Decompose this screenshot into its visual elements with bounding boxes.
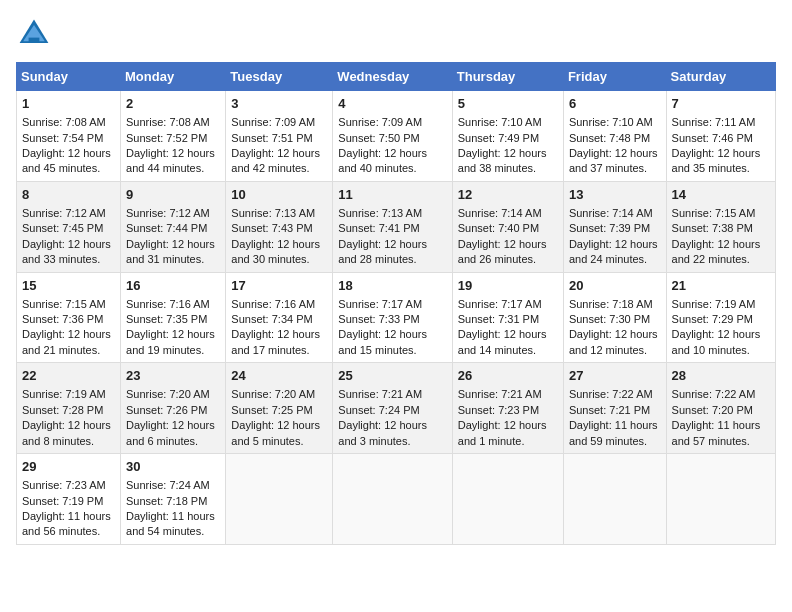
daylight-text: Daylight: 12 hours and 42 minutes.: [231, 147, 320, 174]
sunset-text: Sunset: 7:28 PM: [22, 404, 103, 416]
sunrise-text: Sunrise: 7:13 AM: [338, 207, 422, 219]
day-number: 3: [231, 95, 327, 113]
sunset-text: Sunset: 7:30 PM: [569, 313, 650, 325]
calendar-cell: 26Sunrise: 7:21 AMSunset: 7:23 PMDayligh…: [452, 363, 563, 454]
daylight-text: Daylight: 11 hours and 57 minutes.: [672, 419, 761, 446]
day-number: 25: [338, 367, 446, 385]
sunset-text: Sunset: 7:35 PM: [126, 313, 207, 325]
svg-rect-2: [29, 38, 40, 43]
calendar-table: SundayMondayTuesdayWednesdayThursdayFrid…: [16, 62, 776, 545]
logo-icon: [16, 16, 52, 52]
sunrise-text: Sunrise: 7:15 AM: [22, 298, 106, 310]
daylight-text: Daylight: 12 hours and 21 minutes.: [22, 328, 111, 355]
calendar-cell: 8Sunrise: 7:12 AMSunset: 7:45 PMDaylight…: [17, 181, 121, 272]
daylight-text: Daylight: 12 hours and 30 minutes.: [231, 238, 320, 265]
calendar-cell: 5Sunrise: 7:10 AMSunset: 7:49 PMDaylight…: [452, 91, 563, 182]
calendar-cell: 14Sunrise: 7:15 AMSunset: 7:38 PMDayligh…: [666, 181, 775, 272]
day-number: 30: [126, 458, 220, 476]
daylight-text: Daylight: 12 hours and 31 minutes.: [126, 238, 215, 265]
calendar-cell: 1Sunrise: 7:08 AMSunset: 7:54 PMDaylight…: [17, 91, 121, 182]
day-number: 15: [22, 277, 115, 295]
calendar-cell: [666, 454, 775, 545]
sunrise-text: Sunrise: 7:10 AM: [569, 116, 653, 128]
daylight-text: Daylight: 12 hours and 1 minute.: [458, 419, 547, 446]
sunrise-text: Sunrise: 7:16 AM: [231, 298, 315, 310]
calendar-cell: 24Sunrise: 7:20 AMSunset: 7:25 PMDayligh…: [226, 363, 333, 454]
day-number: 11: [338, 186, 446, 204]
sunset-text: Sunset: 7:25 PM: [231, 404, 312, 416]
day-number: 21: [672, 277, 770, 295]
calendar-cell: 16Sunrise: 7:16 AMSunset: 7:35 PMDayligh…: [121, 272, 226, 363]
sunrise-text: Sunrise: 7:14 AM: [458, 207, 542, 219]
calendar-cell: 22Sunrise: 7:19 AMSunset: 7:28 PMDayligh…: [17, 363, 121, 454]
daylight-text: Daylight: 12 hours and 45 minutes.: [22, 147, 111, 174]
day-number: 17: [231, 277, 327, 295]
daylight-text: Daylight: 12 hours and 8 minutes.: [22, 419, 111, 446]
calendar-cell: 4Sunrise: 7:09 AMSunset: 7:50 PMDaylight…: [333, 91, 452, 182]
col-header-tuesday: Tuesday: [226, 63, 333, 91]
day-number: 27: [569, 367, 661, 385]
sunrise-text: Sunrise: 7:12 AM: [126, 207, 210, 219]
daylight-text: Daylight: 12 hours and 44 minutes.: [126, 147, 215, 174]
col-header-sunday: Sunday: [17, 63, 121, 91]
sunset-text: Sunset: 7:48 PM: [569, 132, 650, 144]
daylight-text: Daylight: 12 hours and 10 minutes.: [672, 328, 761, 355]
sunset-text: Sunset: 7:44 PM: [126, 222, 207, 234]
daylight-text: Daylight: 12 hours and 26 minutes.: [458, 238, 547, 265]
day-number: 18: [338, 277, 446, 295]
daylight-text: Daylight: 12 hours and 6 minutes.: [126, 419, 215, 446]
day-number: 29: [22, 458, 115, 476]
sunset-text: Sunset: 7:46 PM: [672, 132, 753, 144]
day-number: 20: [569, 277, 661, 295]
sunrise-text: Sunrise: 7:17 AM: [458, 298, 542, 310]
sunset-text: Sunset: 7:41 PM: [338, 222, 419, 234]
sunset-text: Sunset: 7:21 PM: [569, 404, 650, 416]
daylight-text: Daylight: 12 hours and 12 minutes.: [569, 328, 658, 355]
sunrise-text: Sunrise: 7:17 AM: [338, 298, 422, 310]
sunset-text: Sunset: 7:51 PM: [231, 132, 312, 144]
week-row-3: 15Sunrise: 7:15 AMSunset: 7:36 PMDayligh…: [17, 272, 776, 363]
col-header-saturday: Saturday: [666, 63, 775, 91]
sunrise-text: Sunrise: 7:10 AM: [458, 116, 542, 128]
sunrise-text: Sunrise: 7:09 AM: [338, 116, 422, 128]
daylight-text: Daylight: 12 hours and 28 minutes.: [338, 238, 427, 265]
daylight-text: Daylight: 12 hours and 3 minutes.: [338, 419, 427, 446]
calendar-cell: 19Sunrise: 7:17 AMSunset: 7:31 PMDayligh…: [452, 272, 563, 363]
sunset-text: Sunset: 7:39 PM: [569, 222, 650, 234]
daylight-text: Daylight: 12 hours and 22 minutes.: [672, 238, 761, 265]
sunset-text: Sunset: 7:34 PM: [231, 313, 312, 325]
calendar-cell: 25Sunrise: 7:21 AMSunset: 7:24 PMDayligh…: [333, 363, 452, 454]
sunset-text: Sunset: 7:33 PM: [338, 313, 419, 325]
day-number: 14: [672, 186, 770, 204]
calendar-cell: 23Sunrise: 7:20 AMSunset: 7:26 PMDayligh…: [121, 363, 226, 454]
logo: [16, 16, 56, 52]
daylight-text: Daylight: 12 hours and 35 minutes.: [672, 147, 761, 174]
sunset-text: Sunset: 7:54 PM: [22, 132, 103, 144]
sunset-text: Sunset: 7:40 PM: [458, 222, 539, 234]
sunset-text: Sunset: 7:52 PM: [126, 132, 207, 144]
calendar-cell: 27Sunrise: 7:22 AMSunset: 7:21 PMDayligh…: [563, 363, 666, 454]
calendar-cell: 6Sunrise: 7:10 AMSunset: 7:48 PMDaylight…: [563, 91, 666, 182]
day-number: 4: [338, 95, 446, 113]
sunrise-text: Sunrise: 7:19 AM: [672, 298, 756, 310]
calendar-cell: 28Sunrise: 7:22 AMSunset: 7:20 PMDayligh…: [666, 363, 775, 454]
daylight-text: Daylight: 12 hours and 38 minutes.: [458, 147, 547, 174]
sunset-text: Sunset: 7:29 PM: [672, 313, 753, 325]
sunrise-text: Sunrise: 7:12 AM: [22, 207, 106, 219]
week-row-4: 22Sunrise: 7:19 AMSunset: 7:28 PMDayligh…: [17, 363, 776, 454]
day-number: 8: [22, 186, 115, 204]
day-number: 19: [458, 277, 558, 295]
day-number: 12: [458, 186, 558, 204]
col-header-thursday: Thursday: [452, 63, 563, 91]
daylight-text: Daylight: 12 hours and 5 minutes.: [231, 419, 320, 446]
sunrise-text: Sunrise: 7:20 AM: [126, 388, 210, 400]
calendar-cell: 21Sunrise: 7:19 AMSunset: 7:29 PMDayligh…: [666, 272, 775, 363]
sunrise-text: Sunrise: 7:08 AM: [22, 116, 106, 128]
calendar-cell: 7Sunrise: 7:11 AMSunset: 7:46 PMDaylight…: [666, 91, 775, 182]
sunrise-text: Sunrise: 7:08 AM: [126, 116, 210, 128]
sunrise-text: Sunrise: 7:21 AM: [458, 388, 542, 400]
day-number: 22: [22, 367, 115, 385]
sunset-text: Sunset: 7:24 PM: [338, 404, 419, 416]
daylight-text: Daylight: 12 hours and 17 minutes.: [231, 328, 320, 355]
calendar-cell: 13Sunrise: 7:14 AMSunset: 7:39 PMDayligh…: [563, 181, 666, 272]
